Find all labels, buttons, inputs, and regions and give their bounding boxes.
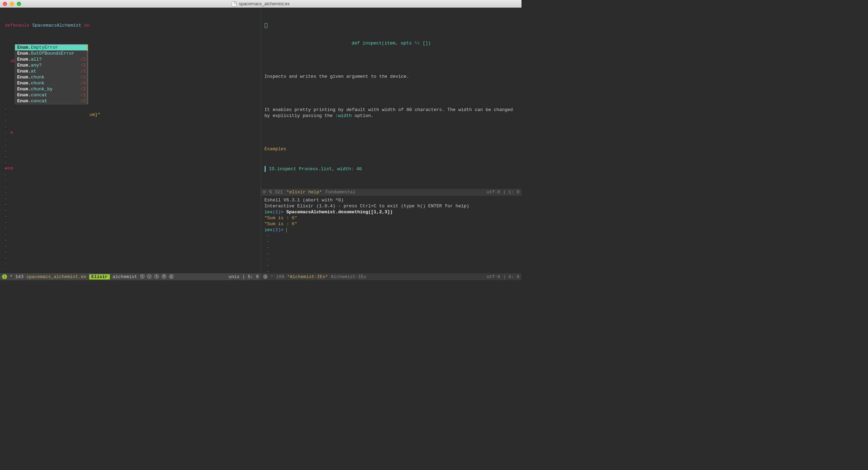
iex-banner: Interactive Elixir (1.0.4) - press Ctrl+… <box>265 203 518 209</box>
document-icon <box>232 1 237 6</box>
iex-prompt[interactable]: iex(1)> SpacemacsAlchemist.dosomething([… <box>265 209 518 215</box>
completion-item[interactable]: Enum.OutOfBoundsError <box>15 50 88 56</box>
major-mode: Alchemist-IEx <box>331 274 366 279</box>
completion-popup[interactable]: Enum.EmptyError Enum.OutOfBoundsError En… <box>15 44 88 104</box>
major-mode: Elixir <box>89 274 110 279</box>
major-mode: Fundamental <box>326 189 356 196</box>
iex-pane[interactable]: Eshell V6.3.1 (abort with ^G) Interactiv… <box>261 196 522 280</box>
iex-cursor <box>286 228 287 233</box>
minor-modes: alchemist ⓢ ⓥ ⓢ ⓟ ⓓ <box>113 274 174 280</box>
macos-titlebar: spacemacs_alchemist.ex <box>0 0 522 8</box>
completion-item[interactable]: Enum.at/3 <box>15 68 88 74</box>
modelines: 1 * 143 spacemacs_alchemist.ex Elixir al… <box>0 273 522 280</box>
completion-item[interactable]: Enum.chunk/2 <box>15 74 88 80</box>
doc-examples-heading: Examples <box>265 146 518 152</box>
modeline-left[interactable]: 1 * 143 spacemacs_alchemist.ex Elixir al… <box>0 273 261 280</box>
help-modeline: ⊘ % 321 *elixir help* Fundamental utf-8 … <box>261 189 522 196</box>
completion-item[interactable]: Enum.any?/2 <box>15 62 88 68</box>
completion-item[interactable]: Enum.EmptyError <box>15 44 88 50</box>
iex-eshell: Eshell V6.3.1 (abort with ^G) <box>265 197 518 203</box>
help-pane[interactable]: def inspect(item, opts \\ []) Inspects a… <box>261 8 522 187</box>
window-title-text: spacemacs_alchemist.ex <box>239 1 289 6</box>
doc-paragraph: Inspects and writes the given argument t… <box>265 74 518 80</box>
module-name: SpacemacsAlchemist <box>32 23 84 28</box>
iex-output: "Sum is : 6" <box>265 215 518 221</box>
buffer-name: *elixir help* <box>286 189 322 196</box>
doc-signature: def inspect(item, opts \\ []) <box>265 40 518 46</box>
state-indicator-icon: 1 <box>2 274 7 279</box>
kw-end-inner: e <box>10 130 13 135</box>
completion-item[interactable]: Enum.all?/2 <box>15 56 88 62</box>
right-pane: def inspect(item, opts \\ []) Inspects a… <box>261 8 522 273</box>
window-title: spacemacs_alchemist.ex <box>0 1 522 6</box>
buffer-name: spacemacs_alchemist.ex <box>26 274 86 279</box>
modeline-right[interactable]: 3 * 189 *Alchemist-IEx* Alchemist-IEx ut… <box>261 273 522 280</box>
doc-paragraph: It enables pretty printing by default wi… <box>265 107 518 119</box>
kw-defmodule: defmodule <box>5 23 32 28</box>
kw-do: do <box>84 23 90 28</box>
peek-text: um}" <box>90 112 100 117</box>
buffer-name: *Alchemist-IEx* <box>287 274 328 279</box>
empty-lines: ~~~~~~~~~~~~~~~~~~~~~~~~~~~ <box>0 106 7 267</box>
editor-pane[interactable]: defmodule SpacemacsAlchemist do def doso… <box>0 8 261 273</box>
popup-scroll-thumb[interactable] <box>87 44 88 51</box>
completion-item[interactable]: Enum.chunk_by/2 <box>15 86 88 92</box>
popup-scrollbar[interactable] <box>87 44 88 104</box>
iex-output: "Sum is : 6" <box>265 221 518 227</box>
doc-code-block: IO.inspect Process.list, width: 40 <box>265 166 518 172</box>
iex-prompt[interactable]: iex(2)> <box>265 227 518 233</box>
completion-item[interactable]: Enum.chunk/4 <box>15 80 88 86</box>
help-cursor <box>265 23 267 28</box>
completion-item[interactable]: Enum.concat/1 <box>15 92 88 98</box>
state-indicator-icon: 3 <box>263 274 268 279</box>
warning-icon: ⊘ <box>263 189 266 196</box>
workspace: defmodule SpacemacsAlchemist do def doso… <box>0 8 522 273</box>
completion-item[interactable]: Enum.concat/2 <box>15 98 88 104</box>
